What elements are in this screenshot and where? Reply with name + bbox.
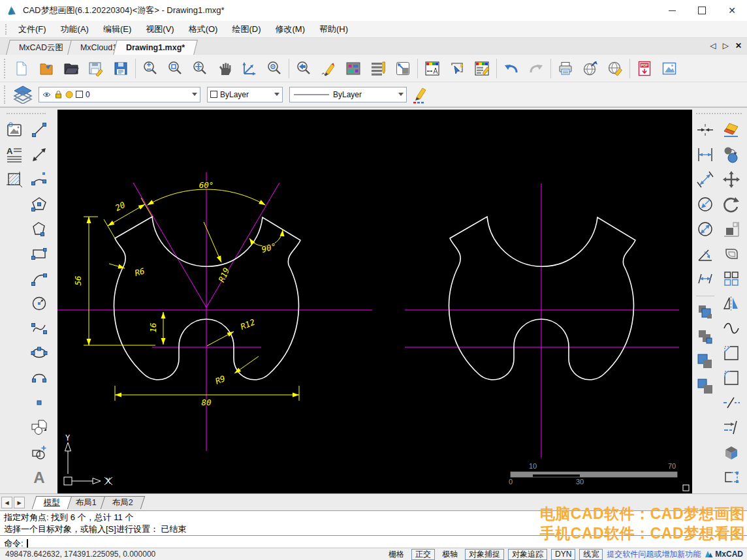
polygon-button[interactable] — [27, 193, 51, 215]
tab-close-icon[interactable]: ✕ — [735, 41, 742, 50]
sheet-scroll-left-icon[interactable]: ◀ — [1, 497, 12, 508]
layer-manager-button[interactable] — [10, 83, 36, 106]
menu-modify[interactable]: 修改(M) — [268, 22, 312, 37]
print-button[interactable] — [553, 57, 578, 80]
linetype-manager-button[interactable] — [366, 57, 390, 80]
dim-quick-button[interactable] — [693, 119, 717, 141]
arc-button[interactable] — [27, 168, 51, 191]
dim-diameter-button[interactable] — [693, 218, 717, 240]
sheet-tab-model[interactable]: 模型 — [32, 496, 72, 509]
arc-3point-button[interactable] — [27, 268, 51, 290]
erase-button[interactable] — [720, 119, 743, 141]
scale-button[interactable] — [720, 218, 743, 240]
draworder-below-button[interactable] — [693, 375, 717, 397]
fillet-button[interactable] — [720, 367, 743, 389]
dim-continue-button[interactable] — [693, 268, 717, 290]
draworder-front-button[interactable] — [693, 301, 717, 323]
toggle-ortho[interactable]: 正交 — [411, 549, 435, 560]
offset-button[interactable] — [720, 243, 743, 265]
color-combo[interactable]: ByLayer — [207, 87, 283, 102]
zoom-extents-button[interactable] — [187, 57, 212, 80]
toggle-polar[interactable]: 极轴 — [439, 550, 461, 559]
sheet-tab-layout2[interactable]: 布局2 — [101, 496, 145, 509]
construction-line-button[interactable] — [27, 144, 51, 166]
copy-button[interactable] — [720, 144, 743, 166]
pan-button[interactable] — [212, 57, 237, 80]
maximize-button[interactable] — [687, 0, 717, 21]
publish-web-button[interactable] — [578, 57, 603, 80]
drawing-canvas[interactable]: 60° 20 56 16 80 R6 R19 R12 R9 90° — [57, 110, 692, 493]
dim-linear-button[interactable] — [693, 144, 717, 166]
array-button[interactable] — [720, 268, 743, 290]
dim-aligned-button[interactable] — [693, 168, 717, 191]
dim-radius-button[interactable] — [693, 193, 717, 215]
tab-drawing1[interactable]: Drawing1.mxg* — [113, 40, 198, 55]
toggle-otrack[interactable]: 对象追踪 — [508, 549, 547, 560]
zoom-window-button[interactable] — [163, 57, 187, 80]
new-file-button[interactable] — [9, 57, 34, 80]
draworder-above-button[interactable] — [693, 350, 717, 373]
full-screen-button[interactable] — [390, 57, 415, 80]
match-properties-button[interactable] — [469, 57, 494, 80]
line-button[interactable] — [27, 119, 51, 141]
dim-angular-button[interactable] — [693, 243, 717, 265]
quick-select-button[interactable] — [445, 57, 469, 80]
undo-button[interactable] — [499, 57, 524, 80]
mtext-button[interactable]: A — [3, 144, 26, 166]
export-image-button[interactable] — [657, 57, 682, 80]
sketch-pencil-button[interactable] — [316, 57, 341, 80]
create-block-button[interactable] — [27, 441, 51, 463]
menu-format[interactable]: 格式(O) — [182, 22, 225, 37]
tab-scroll-right-icon[interactable]: ▷ — [723, 41, 729, 50]
toggle-grid[interactable]: 栅格 — [385, 550, 407, 559]
save-button[interactable] — [84, 57, 108, 80]
edit-polyline-button[interactable] — [720, 317, 743, 339]
insert-image-button[interactable] — [3, 119, 26, 141]
save-as-button[interactable] — [108, 57, 133, 80]
layer-combo[interactable]: 0 — [39, 87, 200, 102]
dim-style-button[interactable] — [420, 57, 445, 80]
spline-button[interactable] — [27, 317, 51, 339]
toggle-dyn[interactable]: DYN — [551, 549, 575, 560]
menu-file[interactable]: 文件(F) — [11, 22, 54, 37]
hatch-button[interactable] — [3, 168, 26, 191]
mirror-button[interactable] — [720, 292, 743, 315]
feedback-link[interactable]: 提交软件问题或增加新功能 — [607, 549, 701, 560]
menu-function[interactable]: 功能(A) — [54, 22, 96, 37]
redo-button[interactable] — [524, 57, 548, 80]
draw-color-button[interactable] — [407, 83, 433, 106]
toggle-lineweight[interactable]: 线宽 — [579, 549, 603, 560]
stretch-button[interactable] — [720, 466, 743, 488]
ellipse-button[interactable] — [27, 342, 51, 364]
single-text-button[interactable]: A — [27, 466, 51, 488]
ucs-axes-button[interactable] — [237, 57, 262, 80]
tab-mxcad-cloud[interactable]: MxCAD云图 — [6, 40, 76, 55]
move-button[interactable] — [720, 168, 743, 191]
insert-block-button[interactable] — [27, 416, 51, 439]
menu-view[interactable]: 视图(V) — [138, 22, 181, 37]
point-button[interactable] — [27, 392, 51, 414]
web-edit-button[interactable] — [603, 57, 628, 80]
circle-button[interactable] — [27, 292, 51, 315]
tab-scroll-left-icon[interactable]: ◁ — [710, 41, 716, 50]
zoom-center-button[interactable] — [262, 57, 287, 80]
explode-button[interactable] — [720, 441, 743, 463]
trim-button[interactable] — [720, 416, 743, 439]
draworder-back-button[interactable] — [693, 326, 717, 348]
polyline-button[interactable] — [27, 218, 51, 240]
menu-draw[interactable]: 绘图(D) — [225, 22, 268, 37]
chamfer-button[interactable] — [720, 342, 743, 364]
rotate-button[interactable] — [720, 193, 743, 215]
menu-edit[interactable]: 编辑(E) — [96, 22, 138, 37]
toggle-osnap[interactable]: 对象捕捉 — [465, 549, 504, 560]
export-pdf-button[interactable]: PDF — [632, 57, 657, 80]
open-file-button[interactable] — [59, 57, 84, 80]
linetype-combo[interactable]: ByLayer — [289, 87, 407, 102]
minimize-button[interactable] — [657, 0, 687, 21]
zoom-previous-button[interactable] — [291, 57, 316, 80]
menu-help[interactable]: 帮助(H) — [312, 22, 355, 37]
open-cloud-button[interactable] — [34, 57, 59, 80]
close-button[interactable]: ✕ — [717, 0, 747, 21]
zoom-scale-button[interactable] — [138, 57, 163, 80]
color-palette-button[interactable] — [341, 57, 366, 80]
